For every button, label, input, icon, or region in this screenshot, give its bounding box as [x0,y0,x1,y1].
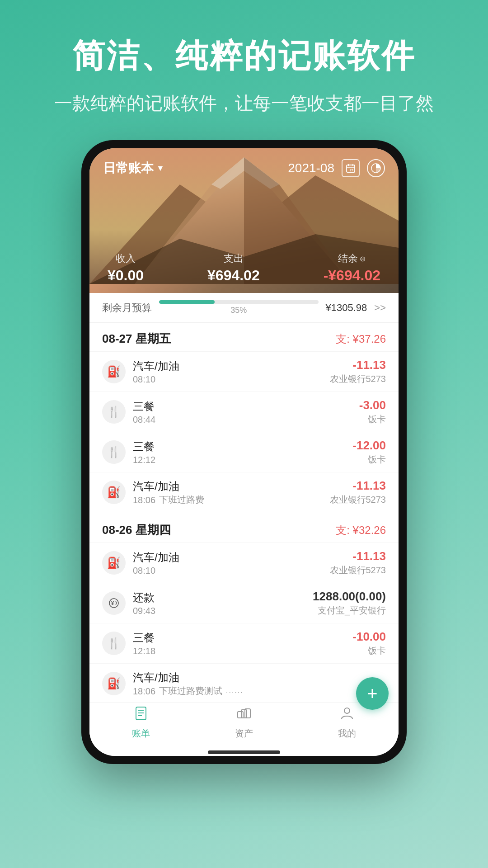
tx-amount: -11.13 [330,549,386,563]
date-0826: 08-26 星期四 [102,522,171,538]
asset-icon [236,705,252,726]
tx-right: -10.00 饭卡 [352,630,386,657]
app-header: 日常账本 ▼ 2021-08 27 [89,148,399,293]
tx-name: 还款 [133,590,305,605]
tx-name: 三餐 [133,439,345,454]
expense-label: 支出 [207,252,260,265]
svg-point-22 [344,708,350,713]
tx-account: 农业银行5273 [330,494,386,506]
tx-right: -11.13 农业银行5273 [330,479,386,506]
tx-right: -11.13 农业银行5273 [330,358,386,385]
gas-icon: ⛽ [102,360,126,383]
account-name[interactable]: 日常账本 ▼ [103,160,164,177]
tx-info: 汽车/加油 18:06 下班过路费 [133,479,323,506]
tx-time-note: 18:06 下班过路费测试 ...... [133,685,353,697]
tx-info: 三餐 12:12 [133,439,345,465]
budget-amount: ¥1305.98 [326,302,367,314]
header-right: 2021-08 27 [288,159,385,177]
svg-text:¥: ¥ [111,600,114,606]
svg-rect-21 [241,710,247,718]
tx-time: 08:10 [133,566,323,576]
calendar-icon[interactable]: 27 [342,159,360,177]
tx-account: 农业银行5273 [330,564,386,576]
app-body: 剩余月预算 35% ¥1305.98 >> 08-27 星期五 支: ¥37.2… [89,293,399,756]
tx-name: 三餐 [133,399,352,414]
page-header: 简洁、纯粹的记账软件 一款纯粹的记账软件，让每一笔收支都一目了然 [27,36,461,118]
tx-name: 汽车/加油 [133,670,353,685]
add-fab[interactable]: + [356,677,389,710]
page-subtitle: 一款纯粹的记账软件，让每一笔收支都一目了然 [27,89,461,118]
balance-value: -¥694.02 [324,267,380,284]
food-icon: 🍴 [102,632,126,655]
tx-info: 汽车/加油 08:10 [133,550,323,576]
app-header-top: 日常账本 ▼ 2021-08 27 [103,159,385,177]
tx-item[interactable]: ⛽ 汽车/加油 08:10 -11.13 农业银行5273 [89,351,399,392]
gas-icon: ⛽ [102,481,126,504]
tx-amount: -11.13 [330,479,386,493]
tx-note: 下班过路费 [159,494,204,506]
tx-info: 三餐 08:44 [133,399,352,425]
date-total-0826: 支: ¥32.26 [336,523,386,538]
tx-name: 汽车/加油 [133,359,323,373]
tx-item[interactable]: ⛽ 汽车/加油 18:06 下班过路费测试 ...... -11 农业... [89,663,399,703]
expense-stat: 支出 ¥694.02 [207,252,260,284]
tx-item[interactable]: ⛽ 汽车/加油 08:10 -11.13 农业银行5273 [89,542,399,583]
tx-account: 农业银行5273 [330,373,386,385]
date-header-0826: 08-26 星期四 支: ¥32.26 [89,514,399,542]
phone-mockup: 日常账本 ▼ 2021-08 27 [81,140,407,764]
tx-time: 18:06 [133,495,155,505]
page-title: 简洁、纯粹的记账软件 [27,36,461,75]
bill-icon [133,705,149,726]
tx-amount: 1288.00(0.00) [313,590,386,604]
gas-icon: ⛽ [102,672,126,695]
pie-chart-icon[interactable] [367,159,385,177]
tx-time: 12:12 [133,455,345,465]
tx-item[interactable]: 🍴 三餐 08:44 -3.00 饭卡 [89,392,399,432]
balance-label: 结余 ⊖ [324,252,380,265]
bottom-nav: 账单 资产 [89,703,399,748]
tx-time: 08:44 [133,415,352,425]
tx-item[interactable]: ⛽ 汽车/加油 18:06 下班过路费 -11.13 农业银行5273 [89,472,399,512]
tx-time-note: 18:06 下班过路费 [133,494,323,506]
date-header-0827: 08-27 星期五 支: ¥37.26 [89,323,399,351]
tx-time: 09:43 [133,606,305,616]
balance-stat: 结余 ⊖ -¥694.02 [324,252,380,284]
nav-asset[interactable]: 资产 [235,705,253,740]
tx-amount: -11.13 [330,358,386,372]
nav-bill[interactable]: 账单 [132,705,150,740]
tx-account: 饭卡 [359,413,386,425]
date-0827: 08-27 星期五 [102,331,171,347]
tx-item[interactable]: 🍴 三餐 12:18 -10.00 饭卡 [89,623,399,663]
tx-account: 饭卡 [352,645,386,657]
budget-arrow-icon[interactable]: >> [374,302,386,314]
svg-text:27: 27 [350,169,353,172]
tx-right: -11.13 农业银行5273 [330,549,386,576]
tx-account: 支付宝_平安银行 [313,604,386,617]
food-icon: 🍴 [102,440,126,464]
budget-track [159,300,319,304]
transactions-list: 08-27 星期五 支: ¥37.26 ⛽ 汽车/加油 08:10 -11.13… [89,323,399,703]
tx-info: 汽车/加油 18:06 下班过路费测试 ...... [133,670,353,697]
app-header-stats: 收入 ¥0.00 支出 ¥694.02 结余 ⊖ -¥694.02 [103,252,385,284]
tx-item[interactable]: ¥ 还款 09:43 1288.00(0.00) 支付宝_平安银行 [89,583,399,623]
tx-right: -12.00 饭卡 [352,439,386,466]
gas-icon: ⛽ [102,551,126,575]
asset-label: 资产 [235,727,253,740]
profile-label: 我的 [338,727,356,740]
tx-right: 1288.00(0.00) 支付宝_平安银行 [313,590,386,617]
home-indicator [208,750,280,754]
tx-amount: -10.00 [352,630,386,644]
budget-pct: 35% [159,306,319,315]
date-group-0826: 08-26 星期四 支: ¥32.26 ⛽ 汽车/加油 08:10 -11.13… [89,514,399,703]
dotted: ...... [226,687,244,695]
tx-item[interactable]: 🍴 三餐 12:12 -12.00 饭卡 [89,432,399,472]
nav-profile[interactable]: 我的 [338,705,356,740]
income-stat: 收入 ¥0.00 [108,252,144,284]
tx-time: 18:06 [133,686,155,697]
tx-amount: -12.00 [352,439,386,453]
date-group-0827: 08-27 星期五 支: ¥37.26 ⛽ 汽车/加油 08:10 -11.13… [89,323,399,512]
budget-fill [159,300,215,304]
profile-icon [339,705,355,726]
tx-account: 饭卡 [352,453,386,466]
budget-bar: 剩余月预算 35% ¥1305.98 >> [89,293,399,323]
